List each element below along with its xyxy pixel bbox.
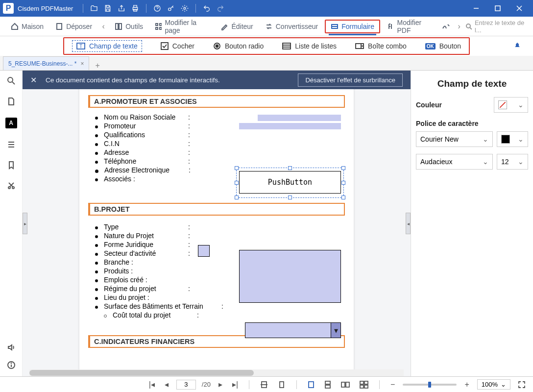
form-combobox[interactable]: ▾	[245, 322, 341, 338]
search-box[interactable]: Entrez le texte de l...	[465, 19, 527, 34]
panel-title: Champ de texte	[416, 78, 528, 89]
banner-close-icon[interactable]: ✕	[30, 75, 37, 85]
share-icon[interactable]	[115, 1, 128, 15]
pdf-page[interactable]: A.PROMOTEUR ET ASSOCIES Nom ou Raison So…	[79, 71, 354, 376]
value: Audacieux	[420, 158, 452, 166]
tab-label: 5_RESUME-Business-... *	[8, 60, 76, 67]
svg-rect-13	[156, 24, 158, 25]
first-page-button[interactable]: |◂	[147, 380, 157, 389]
add-tab-button[interactable]: +	[95, 61, 99, 70]
separator	[83, 4, 83, 13]
next-page-button[interactable]: ▸	[217, 380, 224, 389]
sidebar-cut-icon[interactable]	[7, 181, 16, 190]
form-pushbutton[interactable]: PushButton	[239, 171, 341, 194]
menu-modifier-page[interactable]: Modifier la page	[150, 17, 214, 36]
menu-convertisseur[interactable]: Convertisseur	[260, 21, 323, 32]
font-family-dropdown[interactable]: Courier New⌄	[416, 131, 493, 147]
sidebar-bookmark-icon[interactable]	[7, 161, 16, 170]
label: Modifier PDF	[397, 19, 433, 34]
fullscreen-button[interactable]	[516, 381, 527, 388]
menu-outils[interactable]: Outils	[110, 21, 148, 32]
minimize-button[interactable]	[465, 0, 487, 17]
form-field[interactable]	[239, 123, 341, 129]
tool-list[interactable]: Liste de listes	[282, 42, 337, 50]
font-weight-dropdown[interactable]: Audacieux⌄	[416, 154, 493, 170]
zoom-out-button[interactable]: −	[388, 380, 397, 389]
menu-scroll-right[interactable]: ›	[455, 22, 463, 31]
svg-rect-50	[346, 382, 349, 387]
open-icon[interactable]	[87, 1, 101, 15]
settings-icon[interactable]	[178, 1, 192, 15]
help-icon[interactable]	[150, 1, 164, 15]
sidebar-page-icon[interactable]	[7, 97, 16, 106]
page-number-input[interactable]	[176, 380, 196, 390]
document-tab[interactable]: 5_RESUME-Business-... *×	[3, 56, 89, 70]
svg-rect-16	[160, 27, 162, 29]
menu-editeur[interactable]: Éditeur	[216, 21, 258, 32]
tool-button[interactable]: OKBouton	[425, 42, 461, 50]
sidebar-text-icon[interactable]: A	[5, 118, 17, 128]
pin-icon[interactable]	[513, 42, 521, 50]
search-placeholder: Entrez le texte de l...	[475, 19, 527, 34]
sidebar-outline-icon[interactable]	[7, 140, 16, 149]
view-grid-icon[interactable]	[358, 381, 370, 389]
svg-line-21	[470, 27, 472, 29]
menu-modifier-pdf[interactable]: Modifier PDF	[382, 17, 438, 36]
color-dropdown[interactable]: ⌄	[494, 97, 528, 113]
sign-icon[interactable]	[440, 21, 453, 32]
view-single-icon[interactable]	[306, 381, 316, 389]
label: Formulaire	[341, 23, 374, 30]
view-two-page-icon[interactable]	[339, 381, 352, 389]
menu-formulaire[interactable]: Formulaire	[325, 20, 380, 33]
field-label: Qualifications	[104, 131, 188, 139]
svg-rect-15	[156, 27, 158, 29]
view-continuous-icon[interactable]	[322, 381, 333, 389]
menu-maison[interactable]: Maison	[6, 21, 48, 32]
prev-page-button[interactable]: ◂	[163, 380, 170, 389]
label: Bouton radio	[225, 42, 264, 50]
sidebar-search-icon[interactable]	[7, 76, 16, 85]
chevron-down-icon: ⌄	[501, 381, 506, 388]
key-icon[interactable]	[164, 1, 178, 15]
svg-rect-54	[364, 385, 368, 388]
save-icon[interactable]	[101, 1, 115, 15]
sidebar-sound-icon[interactable]	[7, 343, 16, 352]
zoom-dropdown[interactable]: 100%⌄	[477, 379, 510, 390]
fit-page-icon[interactable]	[276, 381, 288, 389]
tool-text-field[interactable]: TChamp de texte	[72, 40, 142, 52]
banner-disable-highlight-button[interactable]: Désactiver l'effet de surbrillance	[298, 74, 403, 87]
sidebar-info-icon[interactable]	[7, 361, 16, 369]
font-size-dropdown[interactable]: 12⌄	[497, 154, 528, 170]
section-b-heading: B.PROJET	[88, 203, 345, 216]
menu-deposer[interactable]: Déposer	[50, 21, 97, 32]
zoom-slider[interactable]	[403, 384, 457, 386]
label: Éditeur	[231, 23, 253, 30]
fit-horizontal-icon[interactable]	[258, 381, 270, 389]
svg-rect-51	[360, 381, 363, 384]
menu-scroll-left[interactable]: ‹	[99, 22, 108, 31]
label: Maison	[22, 23, 44, 30]
font-color-dropdown[interactable]: ⌄	[497, 131, 528, 147]
field-label: Forme Juridique	[104, 241, 188, 248]
tool-radio[interactable]: Bouton radio	[213, 42, 264, 50]
redo-icon[interactable]	[214, 1, 227, 15]
tool-combo[interactable]: Boîte combo	[355, 42, 407, 50]
search-icon	[465, 23, 472, 30]
left-sidebar: A	[0, 71, 23, 376]
field-label: Associés :	[104, 175, 188, 183]
print-icon[interactable]	[128, 1, 142, 15]
form-field[interactable]	[258, 115, 341, 121]
font-label: Police de caractère	[416, 120, 528, 127]
svg-line-33	[12, 82, 15, 84]
maximize-button[interactable]	[487, 0, 509, 17]
undo-icon[interactable]	[200, 1, 214, 15]
field-label: Adresse Electronique	[104, 166, 189, 174]
close-button[interactable]	[509, 0, 530, 17]
zoom-in-button[interactable]: +	[462, 380, 471, 389]
right-panel-handle[interactable]: ◂	[406, 213, 411, 234]
tool-check[interactable]: Cocher	[161, 42, 194, 50]
last-page-button[interactable]: ▸|	[230, 380, 240, 389]
horizontal-scrollbar[interactable]	[29, 369, 404, 376]
tab-close-icon[interactable]: ×	[80, 60, 84, 67]
left-panel-handle[interactable]: ▸	[23, 213, 27, 234]
